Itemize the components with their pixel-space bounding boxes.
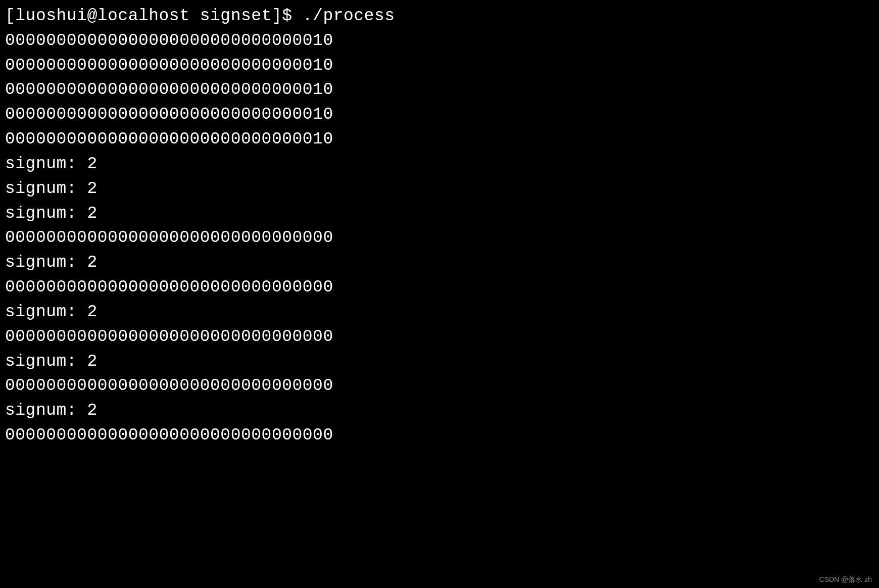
- output-line: 00000000000000000000000000000010: [5, 103, 874, 127]
- output-line: signum: 2: [5, 350, 874, 374]
- output-line: signum: 2: [5, 177, 874, 202]
- output-line: 00000000000000000000000000000000: [5, 423, 874, 448]
- output-line: 00000000000000000000000000000000: [5, 325, 874, 350]
- output-line: signum: 2: [5, 300, 874, 325]
- output-line: 00000000000000000000000000000000: [5, 226, 874, 251]
- shell-prompt: [luoshui@localhost signset]$: [5, 7, 303, 25]
- output-line: 00000000000000000000000000000000: [5, 374, 874, 399]
- output-line: 00000000000000000000000000000010: [5, 127, 874, 152]
- output-line: signum: 2: [5, 202, 874, 226]
- output-line: 00000000000000000000000000000000: [5, 275, 874, 300]
- output-line: signum: 2: [5, 399, 874, 423]
- output-line: 00000000000000000000000000000010: [5, 54, 874, 78]
- output-line: 00000000000000000000000000000010: [5, 29, 874, 54]
- watermark-text: CSDN @落水 zh: [819, 574, 872, 585]
- terminal-window[interactable]: [luoshui@localhost signset]$ ./process 0…: [5, 4, 874, 448]
- output-line: signum: 2: [5, 251, 874, 275]
- terminal-prompt-line: [luoshui@localhost signset]$ ./process: [5, 4, 874, 29]
- command-text: ./process: [303, 7, 395, 25]
- output-line: signum: 2: [5, 152, 874, 177]
- output-line: 00000000000000000000000000000010: [5, 78, 874, 103]
